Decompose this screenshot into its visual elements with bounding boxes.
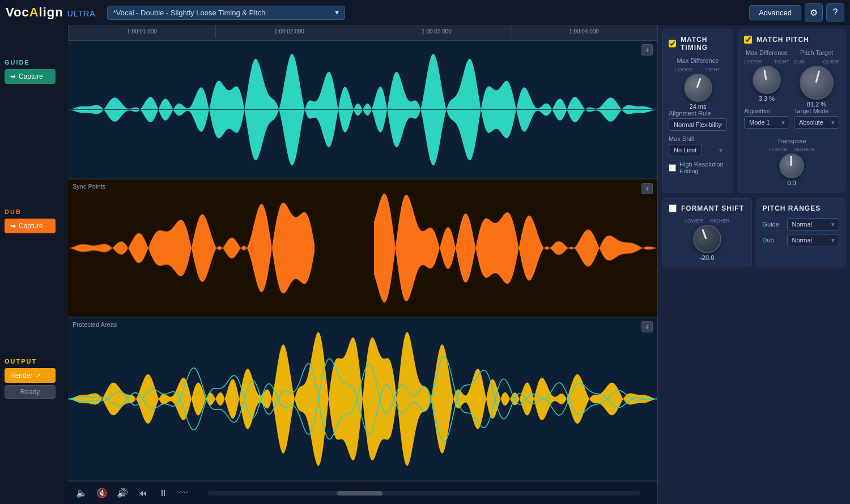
guide-capture-button[interactable]: ➡ Capture bbox=[5, 69, 56, 84]
formant-labels: LOWER HIGHER bbox=[685, 218, 730, 224]
algorithm-wrapper: Mode 1 ▼ bbox=[744, 116, 789, 129]
pitch-guide-label: GUIDE bbox=[823, 59, 839, 65]
dub-capture-label: Capture bbox=[19, 222, 43, 230]
target-mode-row: Target Mode Absolute ▼ bbox=[794, 108, 839, 129]
pause-button[interactable]: ⏸ bbox=[155, 485, 171, 501]
algorithm-label: Algorithm bbox=[744, 108, 789, 114]
dub-range-select[interactable]: Normal bbox=[787, 234, 840, 246]
guide-range-wrapper: Normal ▼ bbox=[787, 218, 840, 230]
algorithm-select[interactable]: Mode 1 bbox=[744, 116, 789, 129]
pitch-selects-row: Algorithm Mode 1 ▼ Target Mode Absol bbox=[744, 108, 839, 133]
high-res-checkbox[interactable] bbox=[669, 164, 676, 172]
target-mode-wrapper: Absolute ▼ bbox=[794, 116, 839, 129]
scroll-thumb[interactable] bbox=[337, 491, 382, 496]
timing-knob-labels: LOOSE TIGHT bbox=[675, 67, 721, 72]
guide-add-button[interactable]: + bbox=[641, 44, 653, 55]
output-label: OUTPUT bbox=[5, 358, 63, 365]
main-layout: GUIDE ➡ Capture DUB ➡ Capture OUTPUT Ren… bbox=[0, 25, 850, 504]
pitch-tight-label: TIGHT bbox=[774, 59, 789, 65]
pitch-target-group: Pitch Target DUB GUIDE 81.2 % bbox=[794, 49, 839, 108]
formant-knob-group: LOWER HIGHER -20.0 bbox=[669, 218, 746, 261]
formant-knob[interactable] bbox=[693, 225, 721, 253]
output-track[interactable]: Protected Areas + bbox=[68, 318, 657, 481]
dub-capture-button[interactable]: ➡ Capture bbox=[5, 219, 56, 233]
formant-shift-panel: FORMANT SHIFT LOWER HIGHER -20.0 bbox=[662, 198, 752, 267]
protected-areas-label: Protected Areas bbox=[73, 321, 117, 328]
output-add-button[interactable]: + bbox=[641, 321, 653, 332]
vol-high-button[interactable]: 🔊 bbox=[114, 485, 130, 501]
waveform-button[interactable]: 〰 bbox=[176, 485, 192, 501]
ruler-mark-3: 1:00:03.000 bbox=[363, 25, 510, 38]
transpose-section: Transpose LOWER HIGHER 0.0 bbox=[744, 138, 839, 186]
max-shift-row: Max Shift No Limit ▼ bbox=[669, 135, 727, 156]
render-button[interactable]: Render ↗ bbox=[5, 368, 56, 383]
vol-low-button[interactable]: 🔈 bbox=[74, 485, 90, 501]
transpose-label: Transpose bbox=[744, 138, 839, 144]
dub-add-button[interactable]: + bbox=[641, 183, 653, 194]
guide-track[interactable]: + bbox=[68, 41, 657, 180]
ruler-mark-1: 1:00:01.000 bbox=[68, 25, 215, 38]
guide-capture-label: Capture bbox=[19, 72, 43, 80]
formant-header: FORMANT SHIFT bbox=[669, 204, 746, 212]
timeline-ruler: 1:00:01.000 1:00:02.000 1:00:03.000 1:00… bbox=[68, 25, 657, 41]
pitch-loose-label: LOOSE bbox=[744, 59, 762, 65]
alignment-rule-wrapper: Normal Flexibility ▼ bbox=[669, 118, 727, 131]
settings-icon[interactable]: ⚙ bbox=[805, 3, 823, 22]
top-right-controls: Advanced ⚙ ? bbox=[749, 3, 844, 22]
timing-value: 24 ms bbox=[690, 103, 707, 110]
dub-label: DUB bbox=[5, 208, 63, 215]
alignment-rule-select[interactable]: Normal Flexibility bbox=[669, 118, 727, 131]
match-timing-checkbox[interactable] bbox=[669, 40, 676, 48]
formant-checkbox[interactable] bbox=[669, 204, 677, 212]
formant-title: FORMANT SHIFT bbox=[681, 204, 744, 212]
advanced-button[interactable]: Advanced bbox=[749, 5, 801, 20]
skip-back-button[interactable]: ⏮ bbox=[135, 485, 151, 501]
high-res-row: High Resolution Editing bbox=[669, 161, 727, 174]
pitch-target-knob[interactable] bbox=[800, 66, 834, 100]
pitch-target-value: 81.2 % bbox=[807, 101, 826, 108]
ruler-mark-2: 1:00:02.000 bbox=[215, 25, 363, 38]
pitch-ranges-panel: PITCH RANGES Guide Normal ▼ Dub bbox=[756, 198, 846, 267]
high-res-label: High Resolution Editing bbox=[679, 161, 727, 174]
max-shift-select[interactable]: No Limit bbox=[669, 144, 702, 156]
ruler-marks: 1:00:01.000 1:00:02.000 1:00:03.000 1:00… bbox=[68, 25, 657, 40]
match-pitch-checkbox[interactable] bbox=[744, 36, 752, 44]
preset-select[interactable]: *Vocal - Double - Slightly Loose Timing … bbox=[107, 6, 345, 20]
timing-max-diff-knob[interactable] bbox=[684, 74, 712, 102]
mute-button[interactable]: 🔇 bbox=[94, 485, 110, 501]
output-waveform bbox=[68, 318, 657, 480]
logo-ultra: ULTRA bbox=[67, 9, 96, 18]
guide-range-select[interactable]: Normal bbox=[787, 218, 840, 230]
transpose-knob[interactable] bbox=[779, 153, 804, 178]
transpose-knob-group: LOWER HIGHER 0.0 bbox=[744, 147, 839, 186]
render-icon: ↗ bbox=[35, 371, 41, 379]
bottom-panels: FORMANT SHIFT LOWER HIGHER -20.0 PITCH R… bbox=[662, 198, 845, 267]
formant-higher-label: HIGHER bbox=[710, 218, 730, 224]
pitch-dub-label: DUB bbox=[794, 59, 805, 65]
render-label: Render bbox=[10, 371, 32, 379]
logo-align: A bbox=[29, 5, 39, 19]
pitch-knobs-row: Max Difference LOOSE TIGHT 3.3 % Pitch T… bbox=[744, 49, 839, 108]
pitch-ranges-title: PITCH RANGES bbox=[763, 204, 821, 212]
pitch-diff-labels: LOOSE TIGHT bbox=[744, 59, 789, 65]
dub-track[interactable]: Sync Points + bbox=[68, 180, 657, 318]
scroll-track[interactable] bbox=[207, 491, 640, 496]
pitch-max-diff-knob[interactable] bbox=[753, 66, 781, 94]
target-mode-select[interactable]: Absolute bbox=[794, 116, 839, 129]
timing-loose-label: LOOSE bbox=[675, 67, 693, 72]
top-panels: MATCH TIMING Max Difference LOOSE TIGHT … bbox=[662, 29, 845, 193]
guide-label: GUIDE bbox=[5, 59, 63, 66]
timing-tight-label: TIGHT bbox=[706, 67, 721, 72]
status-badge: Ready bbox=[5, 385, 56, 399]
dub-range-row: Dub Normal ▼ bbox=[763, 234, 840, 246]
dub-capture-icon: ➡ bbox=[10, 222, 16, 230]
pitch-max-diff-label: Max Difference bbox=[746, 49, 788, 56]
help-icon[interactable]: ? bbox=[826, 3, 844, 22]
timing-max-diff-label: Max Difference bbox=[677, 57, 719, 64]
match-pitch-header: MATCH PITCH bbox=[744, 36, 839, 44]
dub-range-label: Dub bbox=[763, 237, 783, 244]
center-tracks: 1:00:01.000 1:00:02.000 1:00:03.000 1:00… bbox=[68, 25, 657, 504]
match-pitch-panel: MATCH PITCH Max Difference LOOSE TIGHT 3… bbox=[738, 29, 845, 193]
pitch-target-labels: DUB GUIDE bbox=[794, 59, 839, 65]
guide-range-row: Guide Normal ▼ bbox=[763, 218, 840, 230]
